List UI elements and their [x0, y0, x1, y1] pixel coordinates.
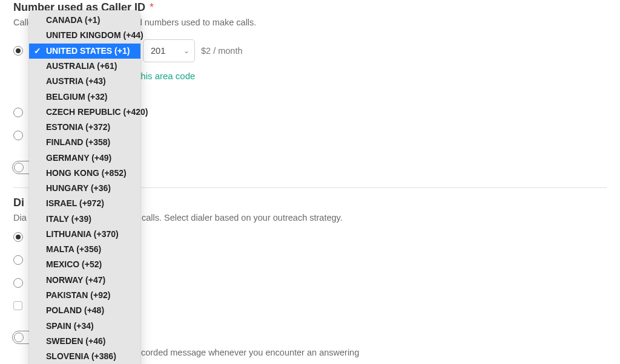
- area-code-hint-text: this area code: [138, 71, 195, 81]
- country-select[interactable]: CANADA (+1)UNITED KINGDOM (+44)UNITED ST…: [29, 39, 137, 62]
- country-option[interactable]: AUSTRIA (+43): [29, 74, 140, 89]
- country-option[interactable]: POLAND (+48): [29, 303, 140, 318]
- country-option[interactable]: SPAIN (+34): [29, 318, 140, 333]
- country-option[interactable]: SLOVENIA (+386): [29, 349, 140, 364]
- caller-id-option-3-radio[interactable]: [13, 131, 23, 140]
- required-star: *: [150, 1, 154, 13]
- country-option[interactable]: HUNGARY (+36): [29, 181, 140, 196]
- caller-id-rent-row: CANADA (+1)UNITED KINGDOM (+44)UNITED ST…: [13, 39, 607, 62]
- dialer-option-3-radio[interactable]: [13, 278, 23, 288]
- dialer-option-1-radio[interactable]: [13, 232, 23, 242]
- country-option[interactable]: PAKISTAN (+92): [29, 288, 140, 303]
- country-option[interactable]: MEXICO (+52): [29, 257, 140, 272]
- country-option[interactable]: HONG KONG (+852): [29, 166, 140, 181]
- country-option[interactable]: CANADA (+1): [29, 13, 140, 28]
- voicemail-desc-suffix: recorded message whenever you encounter …: [133, 348, 359, 357]
- country-option[interactable]: ESTONIA (+372): [29, 120, 140, 135]
- area-code-select[interactable]: 201 ⌄: [143, 39, 195, 62]
- country-option[interactable]: ISRAEL (+972): [29, 196, 140, 211]
- country-option[interactable]: FINLAND (+358): [29, 135, 140, 150]
- chevron-down-icon: ⌄: [183, 47, 190, 55]
- country-option[interactable]: MALTA (+356): [29, 242, 140, 257]
- dialer-desc-prefix: Dia: [13, 213, 27, 223]
- country-option[interactable]: AUSTRALIA (+61): [29, 59, 140, 74]
- caller-id-option-2-radio[interactable]: [13, 108, 23, 117]
- area-code-value: 201: [151, 46, 165, 56]
- country-option[interactable]: BELGIUM (+32): [29, 89, 140, 104]
- country-option[interactable]: NORWAY (+47): [29, 273, 140, 288]
- country-option[interactable]: UNITED STATES (+1): [29, 44, 140, 59]
- country-option[interactable]: SWEDEN (+46): [29, 334, 140, 349]
- country-option[interactable]: LITHUANIA (+370): [29, 227, 140, 242]
- dialer-option-2-radio[interactable]: [13, 255, 23, 265]
- dialer-desc-suffix: of calls. Select dialer based on your ou…: [132, 213, 343, 223]
- rental-price: $2 / month: [201, 46, 243, 56]
- country-option[interactable]: UNITED KINGDOM (+44): [29, 28, 140, 43]
- country-dropdown-panel: CANADA (+1)UNITED KINGDOM (+44)UNITED ST…: [29, 10, 140, 364]
- dialer-title-prefix: Di: [13, 197, 24, 209]
- rent-number-radio[interactable]: [13, 46, 23, 56]
- dialer-checkbox[interactable]: [13, 301, 22, 310]
- country-option[interactable]: ITALY (+39): [29, 211, 140, 226]
- country-option[interactable]: CZECH REPUBLIC (+420): [29, 105, 140, 120]
- country-option[interactable]: GERMANY (+49): [29, 150, 140, 165]
